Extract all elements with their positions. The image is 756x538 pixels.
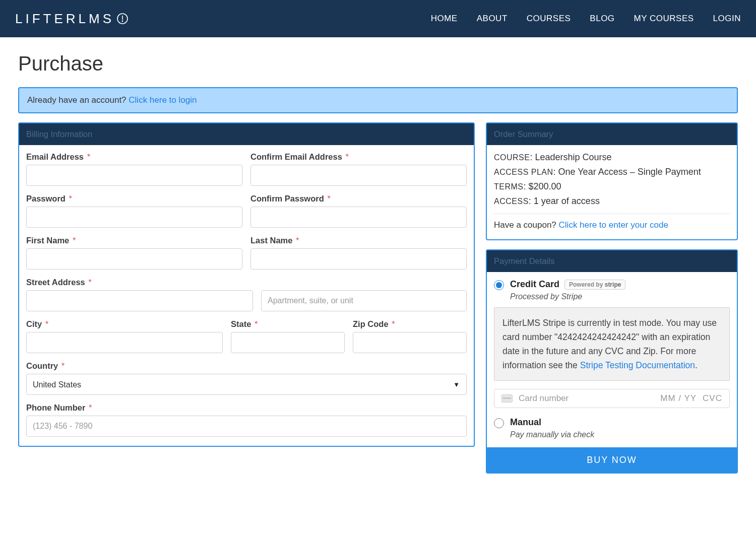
order-summary-panel: Order Summary COURSE: Leadership Course … (486, 122, 738, 240)
password-label: Password * (26, 194, 242, 204)
order-summary-header: Order Summary (487, 123, 737, 145)
coupon-link[interactable]: Click here to enter your code (559, 220, 668, 230)
manual-radio[interactable] (494, 418, 504, 428)
buy-now-button[interactable]: BUY NOW (487, 447, 737, 473)
card-number-placeholder: Card number (519, 393, 654, 404)
manual-subtitle: Pay manually via check (510, 430, 730, 439)
email-label: Email Address * (26, 152, 242, 162)
billing-panel: Billing Information Email Address * Conf… (18, 122, 475, 447)
zip-label: Zip Code * (353, 319, 467, 329)
last-name-label: Last Name * (250, 236, 467, 245)
card-icon (501, 394, 513, 402)
confirm-email-label: Confirm Email Address * (250, 152, 467, 162)
svg-point-2 (122, 21, 123, 22)
phone-label: Phone Number * (26, 403, 467, 413)
login-notice-text: Already have an account? (27, 95, 129, 105)
nav-courses[interactable]: COURSES (527, 14, 571, 24)
state-field[interactable] (231, 332, 345, 353)
stripe-badge: Powered by stripe (564, 280, 625, 290)
main-nav: HOME ABOUT COURSES BLOG MY COURSES LOGIN (431, 14, 741, 24)
nav-about[interactable]: ABOUT (477, 14, 508, 24)
credit-card-subtitle: Processed by Stripe (510, 292, 730, 301)
payment-panel: Payment Details Credit Card Powered by s… (486, 249, 738, 474)
password-field[interactable] (26, 207, 242, 228)
zip-field[interactable] (353, 332, 467, 353)
city-field[interactable] (26, 332, 223, 353)
confirm-email-field[interactable] (250, 165, 467, 186)
logo[interactable]: LIFTERLMS (15, 11, 129, 27)
stripe-test-note: LifterLMS Stripe is currently in test mo… (494, 307, 730, 381)
nav-home[interactable]: HOME (431, 14, 458, 24)
summary-divider (494, 214, 730, 214)
stripe-docs-link[interactable]: Stripe Testing Documentation (580, 360, 695, 370)
summary-plan: ACCESS PLAN: One Year Access – Single Pa… (494, 167, 730, 177)
summary-terms: TERMS: $200.00 (494, 181, 730, 192)
billing-header: Billing Information (19, 123, 474, 145)
summary-course: COURSE: Leadership Course (494, 152, 730, 163)
app-header: LIFTERLMS HOME ABOUT COURSES BLOG MY COU… (0, 0, 756, 37)
country-select[interactable]: United States (26, 374, 467, 395)
confirm-password-label: Confirm Password * (250, 194, 467, 204)
login-link[interactable]: Click here to login (129, 95, 197, 105)
logo-icon (116, 13, 129, 25)
nav-blog[interactable]: BLOG (590, 14, 614, 24)
card-cvc-placeholder: CVC (703, 393, 722, 404)
phone-field[interactable] (26, 416, 467, 437)
street-address-field[interactable] (26, 290, 253, 311)
credit-card-radio[interactable] (494, 280, 504, 290)
email-field[interactable] (26, 165, 242, 186)
street-address-2-field[interactable] (261, 290, 467, 311)
card-input-row[interactable]: Card number MM / YY CVC (494, 389, 730, 408)
manual-title: Manual (510, 417, 541, 428)
payment-option-credit-card[interactable]: Credit Card Powered by stripe (494, 279, 730, 290)
page-title: Purchase (18, 52, 738, 75)
last-name-field[interactable] (250, 248, 467, 270)
state-label: State * (231, 319, 345, 329)
logo-text: LIFTERLMS (15, 11, 114, 27)
street-label: Street Address * (26, 278, 467, 287)
confirm-password-field[interactable] (250, 207, 467, 228)
credit-card-title: Credit Card (510, 279, 559, 290)
country-label: Country * (26, 361, 467, 371)
nav-my-courses[interactable]: MY COURSES (634, 14, 694, 24)
card-expiry-placeholder: MM / YY (660, 393, 697, 404)
first-name-field[interactable] (26, 248, 242, 270)
payment-header: Payment Details (487, 250, 737, 272)
payment-option-manual[interactable]: Manual (494, 417, 730, 428)
first-name-label: First Name * (26, 236, 242, 245)
nav-login[interactable]: LOGIN (713, 14, 741, 24)
city-label: City * (26, 319, 223, 329)
coupon-line: Have a coupon? Click here to enter your … (494, 220, 730, 230)
summary-access: ACCESS: 1 year of access (494, 196, 730, 207)
login-notice: Already have an account? Click here to l… (18, 87, 738, 113)
